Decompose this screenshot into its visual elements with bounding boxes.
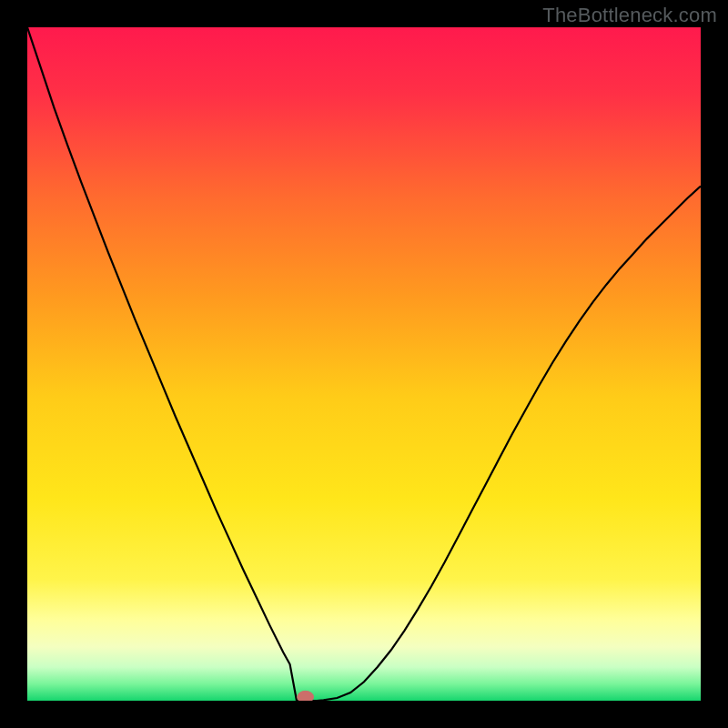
plot-area [27,27,701,701]
min-marker [298,691,314,701]
watermark-text: TheBottleneck.com [542,4,717,27]
chart-frame: TheBottleneck.com [0,0,728,728]
bottleneck-chart [27,27,701,701]
gradient-background [27,27,701,701]
